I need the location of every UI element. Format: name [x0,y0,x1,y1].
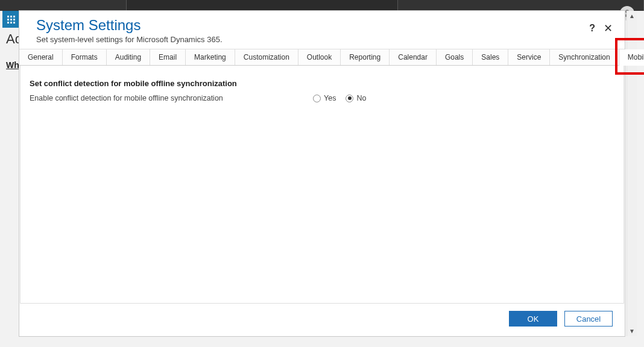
cancel-button[interactable]: Cancel [564,311,613,327]
tab-outlook[interactable]: Outlook [298,49,341,65]
app-launcher-button[interactable] [2,11,19,28]
top-bar-segment [0,0,127,11]
top-bar-segment [398,0,644,11]
radio-label-no: No [356,94,366,102]
radio-circle [313,95,321,102]
radio-option-yes[interactable]: Yes [313,94,336,102]
tab-calendar[interactable]: Calendar [390,49,437,65]
tab-auditing[interactable]: Auditing [107,49,150,65]
tab-customization[interactable]: Customization [235,49,298,65]
waffle-icon [7,16,15,23]
scroll-up-icon[interactable]: ▲ [627,11,637,21]
close-button[interactable]: ✕ [604,23,613,34]
app-top-bar [0,0,644,11]
top-bar-segment [127,0,398,11]
radio-option-no[interactable]: No [346,94,366,102]
tab-marketing[interactable]: Marketing [186,49,235,65]
dialog-footer: OK Cancel [19,304,625,336]
tab-sales[interactable]: Sales [473,49,508,65]
dialog-header: System Settings Set system-level setting… [19,11,625,49]
tab-service[interactable]: Service [508,49,550,65]
tab-formats[interactable]: Formats [63,49,107,65]
scroll-down-icon[interactable]: ▼ [627,326,637,336]
radio-circle [346,95,353,102]
tab-general[interactable]: General [19,49,63,65]
section-title: Set conflict detection for mobile offlin… [30,79,614,88]
tab-mobile-client[interactable]: Mobile Client [619,49,644,66]
tab-content: Set conflict detection for mobile offlin… [20,66,624,304]
tab-goals[interactable]: Goals [437,49,473,65]
radio-label-yes: Yes [324,94,336,102]
tabs-row: GeneralFormatsAuditingEmailMarketingCust… [19,49,625,66]
setting-label: Enable conflict detection for mobile off… [30,94,313,102]
system-settings-dialog: System Settings Set system-level setting… [19,10,625,337]
tab-email[interactable]: Email [150,49,186,65]
dialog-title: System Settings [36,17,608,34]
tab-reporting[interactable]: Reporting [341,49,390,65]
background-side-fragment: Wh [6,60,19,70]
ok-button[interactable]: OK [509,311,557,327]
dialog-subtitle: Set system-level settings for Microsoft … [36,35,608,44]
tab-synchronization[interactable]: Synchronization [550,49,619,65]
radio-group: Yes No [313,94,366,102]
setting-row: Enable conflict detection for mobile off… [30,94,614,102]
help-button[interactable]: ? [589,23,595,34]
